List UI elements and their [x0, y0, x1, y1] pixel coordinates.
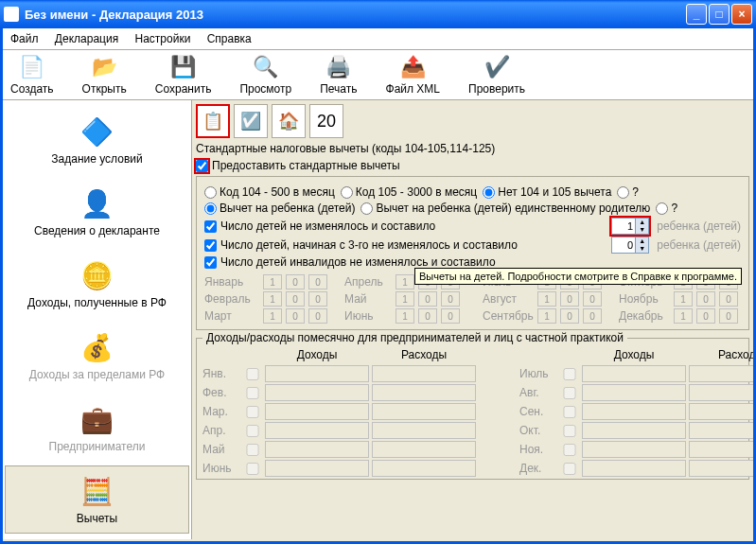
radio-code105[interactable]: Код 105 - 3000 в месяц — [341, 185, 477, 199]
minimize-button[interactable]: _ — [686, 4, 707, 25]
children-count-label: Число детей не изменялось и составило — [220, 219, 435, 233]
window-title: Без имени - Декларация 2013 — [25, 8, 686, 22]
children-disabled-checkbox[interactable] — [204, 256, 217, 269]
radio-no104105[interactable]: Нет 104 и 105 вычета — [483, 185, 611, 199]
print-button[interactable]: 🖨️Печать — [320, 54, 357, 96]
tooltip: Вычеты на детей. Подробности смотрите в … — [414, 268, 742, 285]
close-button[interactable]: × — [731, 4, 752, 25]
new-file-icon: 📄 — [19, 54, 45, 80]
preview-button[interactable]: 🔍Просмотр — [239, 54, 291, 96]
radio-help1[interactable]: ? — [617, 185, 639, 199]
monthly-income-expense-group: Доходы/расходы помесячно для предпринима… — [196, 338, 749, 480]
radio-help2[interactable]: ? — [656, 202, 677, 215]
provide-deductions-checkbox[interactable] — [196, 160, 208, 172]
menu-declaration[interactable]: Декларация — [55, 32, 118, 45]
save-button[interactable]: 💾Сохранить — [155, 54, 212, 96]
xml-icon: 📤 — [399, 54, 426, 80]
children-from3-label: Число детей, начиная с 3-го не изменялос… — [220, 238, 518, 252]
sidebar-item-income-abroad[interactable]: 💰Доходы за пределами РФ — [5, 322, 189, 390]
print-icon: 🖨️ — [325, 54, 352, 80]
deductions-icon: 🧮 — [80, 474, 114, 508]
deductions-group: Код 104 - 500 в месяц Код 105 - 3000 в м… — [196, 176, 749, 330]
window-titlebar: Без имени - Декларация 2013 _ □ × — [0, 0, 756, 28]
sidebar-item-income-rf[interactable]: 🪙Доходы, полученные в РФ — [5, 250, 189, 318]
menu-file[interactable]: Файл — [10, 32, 39, 45]
sidebar-item-deductions[interactable]: 🧮Вычеты — [5, 465, 189, 534]
open-button[interactable]: 📂Открыть — [82, 54, 127, 96]
create-button[interactable]: 📄Создать — [10, 54, 54, 96]
tab-property-deductions[interactable]: 🏠 — [272, 104, 306, 138]
menu-settings[interactable]: Настройки — [135, 32, 191, 45]
children-count-checkbox[interactable] — [204, 220, 217, 233]
app-icon — [4, 7, 19, 22]
xml-button[interactable]: 📤Файл XML — [386, 54, 441, 96]
tab-standard-deductions[interactable]: 📋 — [196, 104, 230, 138]
save-icon: 💾 — [170, 54, 197, 80]
menubar: Файл Декларация Настройки Справка — [3, 28, 753, 50]
radio-code104[interactable]: Код 104 - 500 в месяц — [204, 185, 335, 199]
check-icon: ✔️ — [483, 54, 510, 80]
main-panel: 📋 ☑️ 🏠 20 Стандартные налоговые вычеты (… — [192, 100, 753, 539]
radio-child-single[interactable]: Вычет на ребенка (детей) единственному р… — [360, 202, 650, 215]
coins-icon: 🪙 — [80, 258, 114, 292]
person-icon: 👤 — [80, 186, 114, 220]
children-count-spinner[interactable]: ▲▼ — [611, 218, 649, 235]
preview-icon: 🔍 — [253, 54, 279, 80]
children-disabled-label: Число детей инвалидов не изменялось и со… — [220, 255, 496, 269]
sidebar-item-conditions[interactable]: 🔷Задание условий — [5, 106, 189, 174]
tab-social-deductions[interactable]: ☑️ — [234, 104, 268, 138]
maximize-button[interactable]: □ — [709, 4, 730, 25]
toolbar: 📄Создать 📂Открыть 💾Сохранить 🔍Просмотр 🖨… — [3, 50, 753, 100]
menu-help[interactable]: Справка — [207, 32, 252, 45]
moneybag-icon: 💰 — [80, 330, 114, 364]
sidebar-item-declarant[interactable]: 👤Сведения о декларанте — [5, 178, 189, 246]
sidebar: 🔷Задание условий 👤Сведения о декларанте … — [3, 100, 192, 539]
children-from3-spinner[interactable]: ▲▼ — [611, 237, 649, 254]
folder-open-icon: 📂 — [91, 54, 117, 80]
radio-child[interactable]: Вычет на ребенка (детей) — [204, 202, 355, 215]
tab-other-deductions[interactable]: 20 — [309, 104, 343, 138]
children-from3-checkbox[interactable] — [204, 239, 217, 252]
briefcase-icon: 💼 — [80, 402, 114, 436]
sidebar-item-entrepreneurs[interactable]: 💼Предприниматели — [5, 394, 189, 462]
section-title: Стандартные налоговые вычеты (коды 104-1… — [196, 142, 749, 155]
group2-title: Доходы/расходы помесячно для предпринима… — [202, 331, 627, 344]
provide-deductions-label: Предоставить стандартные вычеты — [212, 159, 400, 172]
provide-deductions-line: Предоставить стандартные вычеты — [196, 159, 749, 172]
conditions-icon: 🔷 — [80, 114, 114, 149]
check-button[interactable]: ✔️Проверить — [468, 54, 525, 96]
